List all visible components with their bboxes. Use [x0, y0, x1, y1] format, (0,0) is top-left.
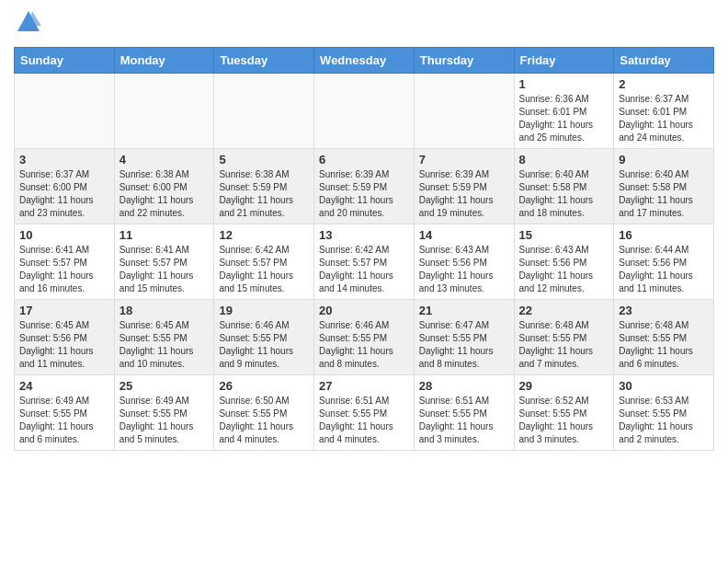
calendar-cell: 15Sunrise: 6:43 AM Sunset: 5:56 PM Dayli…	[514, 224, 614, 299]
day-info: Sunrise: 6:48 AM Sunset: 5:55 PM Dayligh…	[519, 319, 609, 371]
day-number: 15	[519, 228, 609, 242]
logo-text	[14, 9, 41, 40]
day-info: Sunrise: 6:45 AM Sunset: 5:56 PM Dayligh…	[19, 319, 109, 371]
day-info: Sunrise: 6:50 AM Sunset: 5:55 PM Dayligh…	[219, 395, 309, 446]
day-number: 17	[19, 304, 109, 317]
day-info: Sunrise: 6:52 AM Sunset: 5:55 PM Dayligh…	[519, 395, 609, 446]
day-info: Sunrise: 6:44 AM Sunset: 5:56 PM Dayligh…	[619, 244, 709, 295]
calendar-week-row: 10Sunrise: 6:41 AM Sunset: 5:57 PM Dayli…	[15, 224, 714, 299]
calendar-cell: 6Sunrise: 6:39 AM Sunset: 5:59 PM Daylig…	[314, 148, 415, 224]
calendar-cell: 19Sunrise: 6:46 AM Sunset: 5:55 PM Dayli…	[214, 299, 314, 374]
day-number: 28	[419, 379, 509, 393]
day-number: 23	[619, 304, 709, 317]
calendar-cell: 29Sunrise: 6:52 AM Sunset: 5:55 PM Dayli…	[514, 374, 614, 450]
day-info: Sunrise: 6:37 AM Sunset: 6:00 PM Dayligh…	[19, 168, 109, 220]
page-container: SundayMondayTuesdayWednesdayThursdayFrid…	[0, 0, 728, 460]
day-number: 24	[19, 379, 109, 393]
day-number: 26	[219, 379, 309, 393]
calendar-cell: 18Sunrise: 6:45 AM Sunset: 5:55 PM Dayli…	[114, 299, 214, 374]
day-info: Sunrise: 6:48 AM Sunset: 5:55 PM Dayligh…	[619, 319, 709, 371]
header	[14, 9, 714, 40]
day-of-week-header: Sunday	[15, 47, 115, 73]
day-of-week-header: Tuesday	[214, 47, 314, 73]
day-number: 5	[219, 153, 309, 167]
calendar-cell: 7Sunrise: 6:39 AM Sunset: 5:59 PM Daylig…	[414, 148, 514, 224]
day-info: Sunrise: 6:53 AM Sunset: 5:55 PM Dayligh…	[619, 395, 709, 446]
logo-general-text	[14, 9, 41, 40]
day-info: Sunrise: 6:51 AM Sunset: 5:55 PM Dayligh…	[319, 395, 409, 446]
svg-marker-1	[28, 11, 41, 26]
day-number: 27	[319, 379, 409, 393]
day-info: Sunrise: 6:49 AM Sunset: 5:55 PM Dayligh…	[119, 395, 210, 446]
day-info: Sunrise: 6:37 AM Sunset: 6:01 PM Dayligh…	[619, 93, 709, 144]
calendar-cell	[314, 73, 415, 148]
calendar-header-row: SundayMondayTuesdayWednesdayThursdayFrid…	[15, 47, 714, 73]
calendar-cell	[15, 73, 115, 148]
logo	[14, 9, 41, 40]
calendar-cell: 14Sunrise: 6:43 AM Sunset: 5:56 PM Dayli…	[414, 224, 514, 299]
day-info: Sunrise: 6:39 AM Sunset: 5:59 PM Dayligh…	[319, 168, 409, 220]
day-info: Sunrise: 6:38 AM Sunset: 6:00 PM Dayligh…	[119, 168, 210, 220]
day-of-week-header: Saturday	[614, 47, 714, 73]
calendar-cell: 30Sunrise: 6:53 AM Sunset: 5:55 PM Dayli…	[614, 374, 714, 450]
day-number: 1	[519, 77, 609, 91]
day-info: Sunrise: 6:42 AM Sunset: 5:57 PM Dayligh…	[319, 244, 409, 295]
day-number: 12	[219, 228, 309, 242]
day-number: 2	[619, 77, 709, 91]
calendar-cell: 8Sunrise: 6:40 AM Sunset: 5:58 PM Daylig…	[514, 148, 614, 224]
day-info: Sunrise: 6:46 AM Sunset: 5:55 PM Dayligh…	[319, 319, 409, 371]
calendar-cell	[414, 73, 514, 148]
calendar-cell: 3Sunrise: 6:37 AM Sunset: 6:00 PM Daylig…	[15, 148, 115, 224]
day-number: 16	[619, 228, 709, 242]
calendar-cell: 4Sunrise: 6:38 AM Sunset: 6:00 PM Daylig…	[114, 148, 214, 224]
day-number: 11	[119, 228, 210, 242]
day-info: Sunrise: 6:42 AM Sunset: 5:57 PM Dayligh…	[219, 244, 309, 295]
day-info: Sunrise: 6:49 AM Sunset: 5:55 PM Dayligh…	[19, 395, 109, 446]
calendar-cell: 10Sunrise: 6:41 AM Sunset: 5:57 PM Dayli…	[15, 224, 115, 299]
calendar-cell	[114, 73, 214, 148]
calendar-cell: 24Sunrise: 6:49 AM Sunset: 5:55 PM Dayli…	[15, 374, 115, 450]
calendar-week-row: 3Sunrise: 6:37 AM Sunset: 6:00 PM Daylig…	[15, 148, 714, 224]
calendar-cell: 21Sunrise: 6:47 AM Sunset: 5:55 PM Dayli…	[414, 299, 514, 374]
day-of-week-header: Friday	[514, 47, 614, 73]
day-number: 25	[119, 379, 210, 393]
logo-icon	[16, 9, 41, 35]
calendar-cell: 13Sunrise: 6:42 AM Sunset: 5:57 PM Dayli…	[314, 224, 415, 299]
day-number: 8	[519, 153, 609, 167]
day-info: Sunrise: 6:43 AM Sunset: 5:56 PM Dayligh…	[519, 244, 609, 295]
day-number: 7	[419, 153, 509, 167]
calendar-cell: 25Sunrise: 6:49 AM Sunset: 5:55 PM Dayli…	[114, 374, 214, 450]
day-number: 3	[19, 153, 109, 167]
day-info: Sunrise: 6:46 AM Sunset: 5:55 PM Dayligh…	[219, 319, 309, 371]
day-number: 21	[419, 304, 509, 317]
calendar-cell: 5Sunrise: 6:38 AM Sunset: 5:59 PM Daylig…	[214, 148, 314, 224]
calendar-week-row: 17Sunrise: 6:45 AM Sunset: 5:56 PM Dayli…	[15, 299, 714, 374]
day-of-week-header: Thursday	[414, 47, 514, 73]
calendar-cell: 23Sunrise: 6:48 AM Sunset: 5:55 PM Dayli…	[614, 299, 714, 374]
day-info: Sunrise: 6:40 AM Sunset: 5:58 PM Dayligh…	[519, 168, 609, 220]
day-info: Sunrise: 6:36 AM Sunset: 6:01 PM Dayligh…	[519, 93, 609, 144]
day-number: 30	[619, 379, 709, 393]
day-number: 19	[219, 304, 309, 317]
day-number: 6	[319, 153, 409, 167]
day-of-week-header: Monday	[114, 47, 214, 73]
calendar-cell: 22Sunrise: 6:48 AM Sunset: 5:55 PM Dayli…	[514, 299, 614, 374]
day-number: 18	[119, 304, 210, 317]
day-number: 4	[119, 153, 210, 167]
day-number: 20	[319, 304, 409, 317]
calendar-week-row: 24Sunrise: 6:49 AM Sunset: 5:55 PM Dayli…	[15, 374, 714, 450]
calendar-cell: 17Sunrise: 6:45 AM Sunset: 5:56 PM Dayli…	[15, 299, 115, 374]
day-info: Sunrise: 6:38 AM Sunset: 5:59 PM Dayligh…	[219, 168, 309, 220]
day-number: 13	[319, 228, 409, 242]
day-info: Sunrise: 6:43 AM Sunset: 5:56 PM Dayligh…	[419, 244, 509, 295]
calendar-cell: 2Sunrise: 6:37 AM Sunset: 6:01 PM Daylig…	[614, 73, 714, 148]
calendar-cell: 16Sunrise: 6:44 AM Sunset: 5:56 PM Dayli…	[614, 224, 714, 299]
calendar-table: SundayMondayTuesdayWednesdayThursdayFrid…	[14, 47, 714, 451]
calendar-cell: 11Sunrise: 6:41 AM Sunset: 5:57 PM Dayli…	[114, 224, 214, 299]
day-info: Sunrise: 6:39 AM Sunset: 5:59 PM Dayligh…	[419, 168, 509, 220]
day-number: 14	[419, 228, 509, 242]
day-info: Sunrise: 6:45 AM Sunset: 5:55 PM Dayligh…	[119, 319, 210, 371]
calendar-cell: 20Sunrise: 6:46 AM Sunset: 5:55 PM Dayli…	[314, 299, 415, 374]
day-info: Sunrise: 6:41 AM Sunset: 5:57 PM Dayligh…	[19, 244, 109, 295]
calendar-cell	[214, 73, 314, 148]
